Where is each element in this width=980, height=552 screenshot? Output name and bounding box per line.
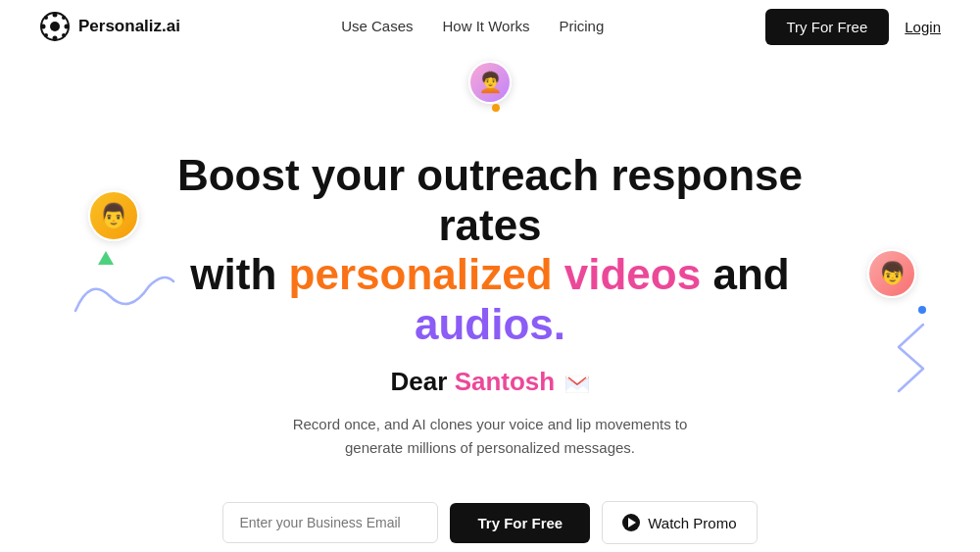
- svg-point-4: [41, 25, 46, 29]
- hero-cta: Try For Free Watch Promo: [222, 501, 757, 544]
- nav-how-it-works[interactable]: How It Works: [443, 18, 530, 34]
- gmail-icon: [565, 376, 589, 393]
- avatar-right-image: 👦: [867, 249, 916, 298]
- avatar-right: 👦: [867, 249, 916, 298]
- navbar: Personaliz.ai Use Cases How It Works Pri…: [0, 0, 980, 53]
- hero-title: Boost your outreach response rates with …: [147, 151, 833, 349]
- svg-point-9: [62, 33, 66, 37]
- svg-point-8: [44, 33, 48, 37]
- logo-icon: [39, 11, 71, 42]
- play-icon: [622, 514, 640, 531]
- hero-title-with: with: [190, 250, 276, 298]
- wave-line: [71, 267, 178, 325]
- hero-title-and: and: [712, 250, 789, 298]
- svg-point-3: [53, 36, 58, 41]
- logo[interactable]: Personaliz.ai: [39, 11, 180, 42]
- email-input[interactable]: [222, 502, 438, 543]
- svg-marker-10: [98, 251, 114, 265]
- avatar-left-image: 👨: [88, 190, 139, 241]
- try-for-free-button[interactable]: Try For Free: [765, 9, 890, 45]
- hero-dear: Dear Santosh: [391, 367, 590, 397]
- dear-text: Dear: [391, 367, 448, 396]
- watch-label: Watch Promo: [648, 515, 736, 531]
- nav-actions: Try For Free Login: [765, 9, 941, 45]
- dot-blue-right: [918, 306, 926, 314]
- hero-title-line1: Boost your outreach response rates: [177, 151, 803, 249]
- nav-pricing[interactable]: Pricing: [559, 18, 604, 34]
- watch-promo-button[interactable]: Watch Promo: [602, 501, 757, 544]
- avatar-top: 🧑‍🦱: [468, 61, 512, 104]
- login-button[interactable]: Login: [905, 19, 941, 35]
- dot-yellow: [492, 104, 500, 112]
- hero-title-personalized: personalized: [289, 250, 553, 298]
- santosh-text: Santosh: [455, 367, 556, 396]
- hero-subtitle: Record once, and AI clones your voice an…: [284, 413, 696, 460]
- zigzag-icon: [889, 320, 933, 402]
- avatar-top-image: 🧑‍🦱: [470, 63, 510, 102]
- svg-point-7: [62, 16, 66, 20]
- play-triangle: [628, 518, 636, 527]
- hero-section: 🧑‍🦱 👨 👦 Boost your outreach response rat…: [0, 53, 980, 552]
- logo-text: Personaliz.ai: [78, 17, 180, 36]
- svg-point-5: [65, 25, 70, 29]
- hero-title-videos: videos: [564, 250, 701, 298]
- svg-point-1: [50, 22, 60, 31]
- nav-use-cases[interactable]: Use Cases: [341, 18, 413, 34]
- avatar-left: 👨: [88, 190, 139, 241]
- hero-try-button[interactable]: Try For Free: [450, 503, 590, 543]
- svg-point-2: [53, 13, 58, 18]
- nav-links: Use Cases How It Works Pricing: [341, 18, 604, 35]
- hero-title-audios: audios.: [415, 300, 565, 348]
- svg-point-6: [44, 16, 48, 20]
